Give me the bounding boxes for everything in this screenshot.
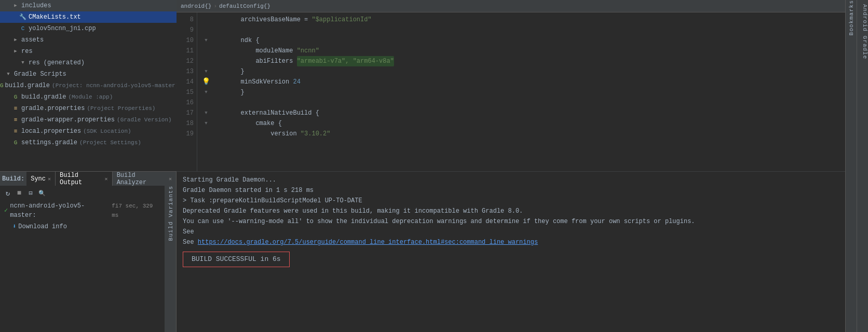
output-content[interactable]: Starting Gradle Daemon...Gradle Daemon s… bbox=[177, 172, 845, 332]
refresh-button[interactable]: ↻ bbox=[3, 188, 12, 198]
tree-item-assets[interactable]: ▶assets bbox=[0, 34, 177, 46]
close-build-analyzer-icon[interactable]: ✕ bbox=[169, 176, 172, 182]
tree-item-label-gradle_wrapper: gradle-wrapper.properties bbox=[21, 115, 115, 125]
collapse-button[interactable]: ⊟ bbox=[26, 188, 35, 198]
tree-item-sublabel-gradle_props: (Project Properties) bbox=[87, 104, 155, 113]
line-num-18: 18 bbox=[177, 118, 194, 129]
line-numbers: 8910111213141516171819 bbox=[177, 12, 197, 171]
build-variants-bar[interactable]: Build Variants bbox=[165, 186, 177, 332]
tree-item-build_gradle_app[interactable]: Gbuild.gradle(Module :app) bbox=[0, 91, 177, 103]
tree-item-gradle_scripts[interactable]: ▼Gradle Scripts bbox=[0, 68, 177, 80]
download-info-label: Download info bbox=[18, 222, 67, 231]
code-content[interactable]: archivesBaseName = "$applicationId"▼ ndk… bbox=[197, 12, 845, 171]
output-panel: Starting Gradle Daemon...Gradle Daemon s… bbox=[177, 172, 845, 270]
tree-item-label-res: res bbox=[21, 47, 33, 56]
tree-item-sublabel-gradle_wrapper: (Gradle Version) bbox=[117, 115, 172, 125]
build-variants-label[interactable]: Build Variants bbox=[168, 186, 174, 245]
docs-link[interactable]: https://docs.gradle.org/7.5/userguide/co… bbox=[198, 239, 538, 246]
close-sync-icon[interactable]: ✕ bbox=[48, 176, 51, 182]
bottom-left-section: Build: Sync ✕ Build Output ✕ Build Analy… bbox=[0, 171, 177, 332]
file-icon-build_gradle_proj: G bbox=[0, 81, 4, 90]
code-editor[interactable]: 8910111213141516171819 archivesBaseName … bbox=[177, 12, 845, 171]
tree-item-label-build_gradle_proj: build.gradle bbox=[5, 81, 50, 90]
tree-item-gradle_wrapper[interactable]: ≡gradle-wrapper.properties(Gradle Versio… bbox=[0, 114, 177, 126]
output-line: See bbox=[183, 227, 839, 237]
line-num-11: 11 bbox=[177, 46, 194, 56]
tree-item-settings_gradle[interactable]: Gsettings.gradle(Project Settings) bbox=[0, 137, 177, 148]
tree-item-yolov5_jni[interactable]: Cyolov5ncnn_jni.cpp bbox=[0, 23, 177, 34]
gutter-14: 💡 bbox=[201, 77, 211, 87]
android-gradle-label[interactable]: Android Gradle bbox=[857, 0, 868, 59]
file-icon-res: ▶ bbox=[11, 47, 20, 56]
tab-sync-label: Sync bbox=[31, 175, 46, 183]
gutter-17: ▼ bbox=[201, 108, 211, 118]
check-icon: ✓ bbox=[4, 206, 8, 215]
bookmarks-label[interactable]: Bookmarks bbox=[848, 0, 855, 39]
file-icon-gradle_wrapper: ≡ bbox=[11, 116, 20, 124]
line-num-16: 16 bbox=[177, 98, 194, 108]
code-line-18: ▼ cmake { bbox=[201, 118, 841, 129]
line-num-10: 10 bbox=[177, 35, 194, 46]
breadcrumb-part2: defaultConfig{} bbox=[219, 3, 270, 9]
breadcrumb-part1: android{} bbox=[181, 3, 211, 9]
left-sidebar: ▶includes🔧CMakeLists.txtCyolov5ncnn_jni.… bbox=[0, 0, 177, 332]
tree-item-build_gradle_proj[interactable]: Gbuild.gradle(Project: ncnn-android-yolo… bbox=[0, 80, 177, 91]
file-icon-gradle_props: ≡ bbox=[11, 104, 20, 113]
output-line: You can use '--warning-mode all' to show… bbox=[183, 216, 839, 227]
line-num-8: 8 bbox=[177, 15, 194, 25]
file-icon-gradle_scripts: ▼ bbox=[4, 70, 12, 78]
tree-item-label-local_props: local.properties bbox=[21, 127, 81, 136]
code-line-11: moduleName "ncnn" bbox=[201, 46, 841, 56]
line-num-13: 13 bbox=[177, 66, 194, 77]
tree-item-label-assets: assets bbox=[21, 35, 44, 45]
tree-item-gradle_props[interactable]: ≡gradle.properties(Project Properties) bbox=[0, 103, 177, 114]
tree-item-label-includes: includes bbox=[21, 1, 51, 10]
tree-item-res_gen[interactable]: ▼res (generated) bbox=[0, 57, 177, 68]
project-name: ncnn-android-yolov5-master: bbox=[10, 201, 110, 220]
file-icon-cmakelists: 🔧 bbox=[19, 13, 27, 21]
bookmarks-sidebar[interactable]: Bookmarks bbox=[845, 0, 857, 332]
build-tree-toolbar: ↻ ■ ⊟ 🔍 bbox=[0, 186, 165, 200]
close-build-output-icon[interactable]: ✕ bbox=[105, 176, 108, 182]
success-box: BUILD SUCCESSFUL in 6s bbox=[183, 252, 290, 267]
file-icon-yolov5_jni: C bbox=[19, 24, 27, 33]
tree-item-label-settings_gradle: settings.gradle bbox=[21, 138, 77, 147]
tab-build-output-label: Build Output bbox=[60, 172, 103, 186]
stop-button[interactable]: ■ bbox=[15, 188, 24, 198]
build-tree-item-project[interactable]: ✓ ncnn-android-yolov5-master: fi7 sec, 3… bbox=[0, 200, 165, 221]
breadcrumb: android{} › defaultConfig{} bbox=[177, 0, 845, 12]
tree-item-includes[interactable]: ▶includes bbox=[0, 0, 177, 11]
tab-sync[interactable]: Sync ✕ bbox=[26, 172, 56, 186]
tree-item-sublabel-build_gradle_app: (Module :app) bbox=[68, 92, 113, 102]
tree-item-sublabel-build_gradle_proj: (Project: ncnn-android-yolov5-master) bbox=[52, 81, 177, 90]
bottom-content: ↻ ■ ⊟ 🔍 ✓ ncnn-android-yolov5-master: fi… bbox=[0, 186, 177, 332]
output-area: Starting Gradle Daemon...Gradle Daemon s… bbox=[177, 171, 845, 332]
tree-item-res[interactable]: ▶res bbox=[0, 46, 177, 57]
code-line-13: ▼ } bbox=[201, 66, 841, 77]
tree-item-label-yolov5_jni: yolov5ncnn_jni.cpp bbox=[29, 24, 96, 33]
build-label: Build: bbox=[0, 175, 26, 183]
breadcrumb-sep: › bbox=[213, 3, 217, 9]
line-num-14: 14 bbox=[177, 77, 194, 87]
code-line-10: ▼ ndk { bbox=[201, 35, 841, 46]
code-line-9 bbox=[201, 25, 841, 35]
output-line: > Task :prepareKotlinBuildScriptModel UP… bbox=[183, 196, 839, 206]
tab-build-analyzer[interactable]: Build Analyzer ✕ bbox=[113, 172, 177, 186]
code-line-15: ▼ } bbox=[201, 87, 841, 98]
tree-item-sublabel-settings_gradle: (Project Settings) bbox=[79, 138, 141, 147]
success-text: BUILD SUCCESSFUL in 6s bbox=[192, 255, 281, 263]
tree-item-local_props[interactable]: ≡local.properties(SDK Location) bbox=[0, 126, 177, 137]
filter-button[interactable]: 🔍 bbox=[37, 188, 47, 198]
tab-build-output[interactable]: Build Output ✕ bbox=[56, 172, 113, 186]
build-tree-item-download[interactable]: ⬇ Download info bbox=[0, 221, 165, 232]
output-link-line: See https://docs.gradle.org/7.5/userguid… bbox=[183, 237, 839, 247]
download-icon: ⬇ bbox=[12, 222, 16, 231]
tree-item-cmakelists[interactable]: 🔧CMakeLists.txt bbox=[0, 11, 177, 23]
tree-item-label-gradle_scripts: Gradle Scripts bbox=[14, 70, 66, 79]
file-icon-res_gen: ▼ bbox=[19, 59, 27, 67]
build-time: fi7 sec, 329 ms bbox=[112, 201, 162, 220]
bottom-tabs-bar: Build: Sync ✕ Build Output ✕ Build Analy… bbox=[0, 171, 177, 186]
line-num-17: 17 bbox=[177, 108, 194, 118]
gutter-15: ▼ bbox=[201, 87, 211, 98]
build-tree-panel: ↻ ■ ⊟ 🔍 ✓ ncnn-android-yolov5-master: fi… bbox=[0, 186, 165, 332]
